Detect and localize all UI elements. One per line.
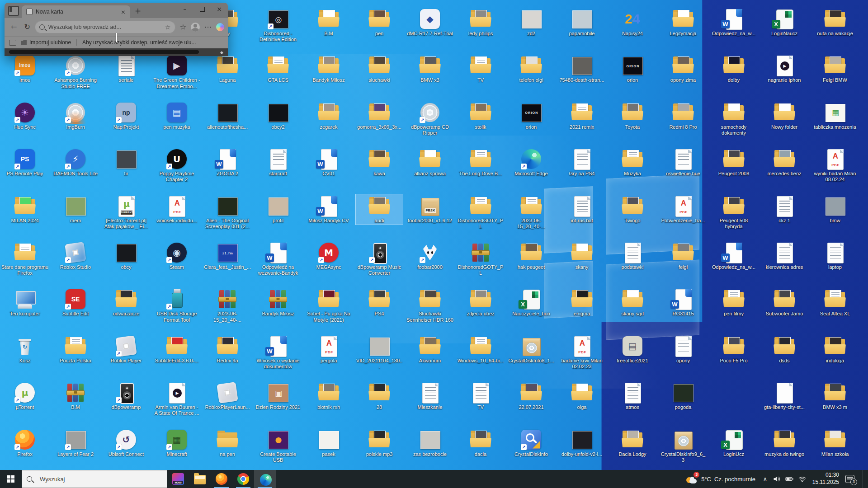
- desktop-icon[interactable]: Muzyka: [609, 147, 656, 178]
- desktop-icon[interactable]: indukcja: [811, 334, 859, 365]
- desktop-icon[interactable]: ▶The Green Children - Dreamers Embo...: [153, 54, 200, 90]
- desktop-icon[interactable]: ▦↗Minecraft: [153, 428, 200, 458]
- desktop-icon[interactable]: pogoda: [660, 381, 707, 411]
- desktop-icon[interactable]: WZGODA 2: [204, 147, 251, 178]
- desktop-icon[interactable]: SubtitleEdit-3.6.0-...: [153, 334, 200, 365]
- battery-charging-icon[interactable]: [785, 476, 794, 482]
- desktop-icon[interactable]: 2023-06-15_20_40-...: [204, 287, 251, 324]
- desktop-icon[interactable]: ckz 1: [761, 194, 808, 225]
- desktop-icon[interactable]: hak peugeot: [508, 241, 555, 271]
- taskbar-microsoft-365-button[interactable]: M365: [167, 470, 189, 488]
- tab-close-icon[interactable]: ×: [119, 8, 127, 16]
- desktop-icon[interactable]: The.Long.Drive.B...: [457, 147, 504, 178]
- desktop-icon[interactable]: starcraft: [255, 147, 302, 178]
- desktop-icon[interactable]: WOdpowiedź na wezwanie-Bandyk: [255, 241, 302, 277]
- taskbar-search[interactable]: Wyszukaj: [22, 470, 167, 488]
- desktop-icon[interactable]: obcy: [103, 241, 150, 271]
- taskbar-firefox-button[interactable]: [211, 470, 232, 488]
- desktop-icon[interactable]: Akwarium: [406, 334, 453, 365]
- desktop-icon[interactable]: Felgi BMW: [811, 54, 859, 84]
- desktop-icon[interactable]: enigma: [558, 287, 605, 318]
- desktop-icon[interactable]: np↗NapiProjekt: [103, 101, 150, 131]
- desktop-icon[interactable]: ▤freeoffice2021: [609, 334, 656, 365]
- desktop-icon[interactable]: APDFPotwierdzenie_tra...: [660, 194, 707, 225]
- desktop-icon[interactable]: seriale: [103, 54, 150, 84]
- desktop-icon[interactable]: Redmi 9a: [204, 334, 251, 365]
- desktop-icon[interactable]: Mieszkanie: [406, 381, 453, 411]
- close-button[interactable]: ×: [211, 3, 228, 16]
- desktop-icon[interactable]: Poco F5 Pro: [710, 334, 757, 365]
- desktop-icon[interactable]: DishonoredGOTY_PL: [457, 241, 504, 277]
- desktop-icon[interactable]: ⚡↗DAEMON Tools Lite: [52, 147, 99, 178]
- desktop-icon[interactable]: SE↗Subtitle Edit: [52, 287, 99, 318]
- desktop-icon[interactable]: CrystalDiskInfo9_6_3: [660, 428, 707, 464]
- desktop-icon[interactable]: blotnik rxh: [305, 381, 352, 411]
- desktop-icon[interactable]: WWniosek o wydanie dokumentów: [255, 334, 302, 371]
- desktop-icon[interactable]: Toyota: [609, 101, 656, 131]
- desktop-icon[interactable]: VID_20211104_130...: [356, 334, 403, 371]
- weather-widget[interactable]: 3 5°C Cz. pochmurnie: [684, 474, 757, 484]
- desktop-icon[interactable]: na pen: [204, 428, 251, 458]
- desktop-icon[interactable]: gomorra_3x09_3x...: [356, 101, 403, 131]
- desktop-icon[interactable]: Alien - The Original Screenplay 001 (2..…: [204, 194, 251, 230]
- menu-icon[interactable]: ⋯: [202, 22, 214, 32]
- desktop-icon[interactable]: XLoginUcz: [710, 428, 757, 458]
- desktop-icon[interactable]: gta-liberty-city-st...: [761, 381, 808, 411]
- desktop-icon[interactable]: WOdpowiedz_na_w...: [710, 241, 757, 271]
- desktop-icon[interactable]: ↗ImgBurn: [52, 101, 99, 131]
- desktop-icon[interactable]: ↗Roblox Player: [103, 334, 150, 365]
- desktop-icon[interactable]: ◆dMC-R17.7-Ref-Trial: [406, 7, 453, 38]
- desktop-icon[interactable]: Gry na PS4: [558, 147, 605, 178]
- desktop-icon[interactable]: alienoutofthesha...: [204, 101, 251, 131]
- maximize-button[interactable]: [193, 3, 211, 16]
- desktop-icon[interactable]: XNauczyciele_bon: [508, 287, 555, 318]
- chevron-up-icon[interactable]: ∧: [762, 476, 769, 482]
- clock[interactable]: 01:30 15.11.2025: [811, 472, 841, 486]
- desktop-icon[interactable]: Laguna: [204, 54, 251, 84]
- desktop-icon[interactable]: Stare dane programu Firefox: [1, 241, 48, 277]
- desktop-icon[interactable]: PS4: [356, 287, 403, 318]
- desktop-icon[interactable]: bmw: [811, 194, 859, 225]
- desktop-icon[interactable]: mercedes benz: [761, 147, 808, 178]
- desktop-icon[interactable]: ▣Dzien Rodziny 2021: [255, 381, 302, 411]
- desktop-icon[interactable]: Sobel - Pu apka Na Motyle (2021): [305, 287, 352, 324]
- desktop-icon[interactable]: CrystalDiskInfo8_1...: [508, 334, 555, 365]
- desktop-icon[interactable]: Windows_10_64-bi...: [457, 334, 504, 365]
- desktop-icon[interactable]: audi: [356, 194, 403, 225]
- desktop-icon[interactable]: Seat Altea XL: [811, 287, 859, 318]
- desktop-icon[interactable]: PDFsamochody dokumenty: [710, 101, 757, 137]
- desktop-icon[interactable]: Słuchawki Sennheiser HDR 160: [406, 287, 453, 324]
- window-titlebar[interactable]: Nowa karta × + – ×: [5, 3, 228, 18]
- desktop-icon[interactable]: APDFwyniki badań Milan 08.02.24: [811, 147, 859, 183]
- desktop-icon[interactable]: obcy2: [255, 101, 302, 131]
- desktop-icon[interactable]: ↗USB Disk Storage Format Tool: [153, 287, 200, 324]
- desktop-icon[interactable]: Kosz: [1, 334, 48, 365]
- desktop-icon[interactable]: ↗Microsoft Edge: [508, 147, 555, 178]
- desktop-icon[interactable]: U↗Poppy Playtime Chapter 2: [153, 147, 200, 183]
- desktop-icon[interactable]: WRG31415: [660, 287, 707, 318]
- desktop-icon[interactable]: odwarzacze: [103, 287, 150, 318]
- speaker-icon[interactable]: [773, 475, 781, 483]
- desktop-icon[interactable]: WMiłosz Bandyk CV: [305, 194, 352, 225]
- desktop-icon[interactable]: XLoginNaucz: [761, 7, 808, 38]
- taskbar-chrome-button[interactable]: [232, 470, 254, 488]
- desktop-icon[interactable]: RobloxPlayerLaun...: [204, 381, 251, 411]
- taskbar-file-explorer-button[interactable]: [189, 470, 211, 488]
- desktop-icon[interactable]: Peugeot 2008: [710, 147, 757, 178]
- edge-window[interactable]: Nowa karta × + – × ← ↻ Wyszukaj lub wpro…: [5, 3, 228, 56]
- desktop-icon[interactable]: APDFbadanie krwi Milan 02.02.23: [558, 334, 605, 371]
- show-desktop-button[interactable]: [863, 470, 865, 488]
- import-favorites-button[interactable]: Importuj ulubione: [29, 39, 71, 46]
- desktop-icon[interactable]: ▶Armin van Buuren - A State Of Trance ..…: [153, 381, 200, 417]
- desktop-icon[interactable]: ●Create Bootable USB: [255, 428, 302, 464]
- desktop-icon[interactable]: oswietlenie hue: [660, 147, 707, 178]
- desktop-icon[interactable]: pen: [356, 7, 403, 38]
- desktop-icon[interactable]: APDFwniosek-individu...: [153, 194, 200, 225]
- start-button[interactable]: [0, 470, 22, 488]
- collections-icon[interactable]: [9, 40, 16, 46]
- desktop-icon[interactable]: ↗dBpoweramp: [103, 381, 150, 411]
- desktop-icon[interactable]: ↗Ashampoo Burning Studio FREE: [52, 54, 99, 90]
- favorite-star-icon[interactable]: ☆: [165, 24, 171, 30]
- desktop-icon[interactable]: TV: [457, 381, 504, 411]
- desktop-icon[interactable]: dsds: [761, 334, 808, 365]
